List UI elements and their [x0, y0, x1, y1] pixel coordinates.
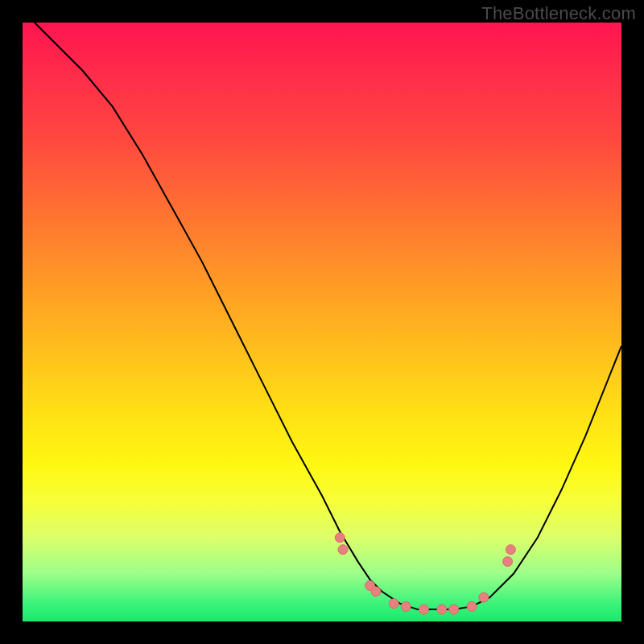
outer-frame: TheBottleneck.com	[0, 0, 644, 644]
marker-dot	[479, 592, 489, 602]
marker-dot	[335, 533, 345, 543]
plot-area	[23, 23, 621, 621]
chart-svg	[23, 23, 621, 621]
marker-dot	[449, 605, 459, 614]
watermark-text: TheBottleneck.com	[481, 3, 636, 24]
marker-dot	[503, 557, 513, 567]
marker-dot	[401, 601, 411, 611]
bottleneck-curve	[35, 23, 621, 609]
marker-dot	[467, 601, 477, 611]
marker-dot	[506, 545, 515, 555]
marker-dot	[419, 605, 429, 614]
marker-dot	[389, 599, 398, 609]
marker-dot	[437, 605, 447, 614]
marker-dot	[371, 587, 381, 597]
marker-group	[335, 533, 515, 614]
marker-dot	[338, 545, 348, 555]
